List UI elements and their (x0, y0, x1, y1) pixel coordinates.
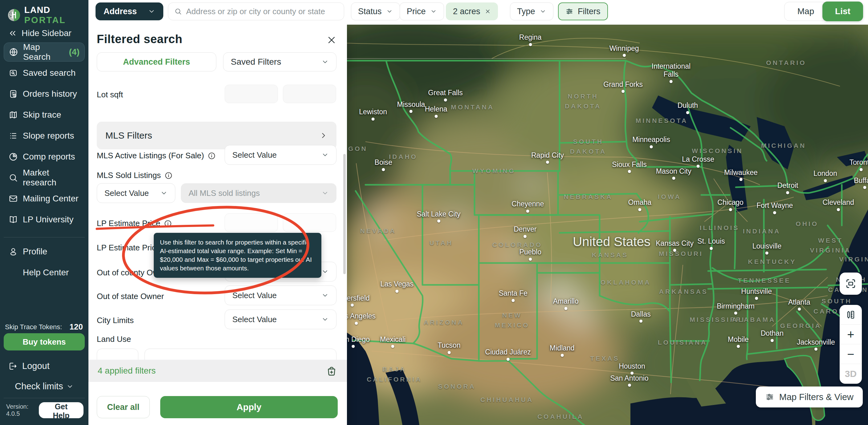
price-filter-pill[interactable]: Price (400, 2, 444, 20)
filters-button[interactable]: Filters (558, 2, 608, 20)
sliders-icon (565, 7, 574, 15)
land-use-dropdown[interactable] (145, 349, 337, 360)
sidebar-item-lp-university[interactable]: LP University (4, 210, 85, 229)
help-icon (9, 268, 18, 277)
map-city-duluth: Duluth (678, 102, 698, 114)
map-city-jacksonville: Jacksonville (797, 338, 835, 351)
sidebar-item-saved-search[interactable]: Saved search (4, 63, 85, 83)
map-region-nevada: NEVADA (360, 226, 396, 236)
logout-button[interactable]: Logout (8, 361, 50, 371)
advanced-filters-button[interactable]: Advanced Filters (97, 52, 216, 71)
topbar: Address Status Price 2 acres Type Filter… (88, 0, 868, 25)
buy-tokens-button[interactable]: Buy tokens (4, 333, 85, 351)
sidebar-item-market-research[interactable]: Market research (4, 168, 85, 187)
mls-sold-label: MLS Sold Listings (97, 171, 173, 180)
info-icon[interactable] (164, 220, 172, 228)
saved-filters-dropdown[interactable]: Saved Filters (223, 52, 337, 71)
sidebar-item-profile[interactable]: Profile (4, 242, 85, 261)
sidebar-item-comp-reports[interactable]: Comp reports (4, 147, 85, 166)
chevron-right-icon (319, 131, 328, 140)
map-city-st-louis: St. Louis (697, 237, 725, 250)
lp-estimate-max-input[interactable] (283, 214, 336, 232)
info-icon[interactable] (208, 152, 216, 160)
lot-sqft-max-input[interactable] (283, 85, 336, 103)
get-help-button[interactable]: Get Help (39, 402, 84, 418)
address-dropdown[interactable]: Address (95, 2, 163, 20)
sidebar-item-help-center[interactable]: Help Center (4, 263, 85, 282)
address-label: Address (103, 7, 137, 16)
map-region-iowa: IOWA (658, 192, 681, 202)
acres-filter-pill[interactable]: 2 acres (446, 2, 498, 20)
map-city-toronto: Toronto (849, 159, 868, 171)
map-region-illinois: ILLINOIS (700, 223, 740, 233)
land-use-small-dropdown[interactable] (97, 349, 138, 360)
map-city-sioux-falls: Sioux Falls (612, 160, 647, 173)
map-screenshot-button[interactable] (840, 272, 862, 295)
close-icon[interactable] (485, 8, 491, 14)
price-label: Price (407, 7, 426, 16)
map-city-detroit: Detroit (777, 182, 798, 194)
panel-scroll-area[interactable]: Filtered search Advanced Filters Saved F… (88, 25, 347, 360)
map-city-salt-lake-city: Salt Lake City (417, 210, 461, 223)
search-input[interactable] (186, 7, 338, 16)
map-region-utah: UTAH (430, 238, 453, 248)
sidebar-divider (4, 237, 85, 237)
out-of-state-label: Out of state Owner (97, 292, 164, 301)
map-city-atlanta: Atlanta (788, 298, 810, 311)
map-region-oregon: OREGON (347, 144, 368, 154)
select-value-label: Select Value (232, 150, 277, 160)
sidebar: LAND PORTAL Hide Sidebar Map Search (4)S… (0, 0, 88, 425)
map-canvas[interactable]: United States ReginaWinnipegInternationa… (347, 25, 868, 425)
map-region-mississippi: MISSISSIPPI (690, 315, 745, 325)
map-city-las-vegas: Las Vegas (380, 280, 413, 293)
map-city-mason-city: Mason City (656, 167, 691, 180)
map-region-virginia: VIRGINIA (839, 254, 868, 265)
sidebar-item-skip-trace[interactable]: Skip trace (4, 105, 85, 124)
map-country-label: United States (573, 234, 650, 249)
map-city-helena: Helena (425, 105, 447, 118)
mls-active-dropdown[interactable]: Select Value (225, 145, 337, 165)
map-view-button[interactable]: Map (784, 2, 827, 21)
save-filters-icon[interactable] (326, 365, 338, 377)
map-city-chicago: Chicago (717, 199, 743, 211)
info-icon[interactable] (164, 171, 173, 179)
hide-sidebar-button[interactable]: Hide Sidebar (8, 28, 71, 38)
toggle-3d-button[interactable]: 3D (840, 364, 862, 384)
city-limits-dropdown[interactable]: Select Value (225, 309, 337, 329)
chevron-down-icon (321, 151, 329, 159)
city-limits-label: City Limits (97, 316, 134, 325)
skip-trace-tokens: Skip Trace Tokens: 120 (5, 322, 83, 332)
panel-close-button[interactable] (326, 34, 337, 45)
panel-scrollbar[interactable] (343, 154, 346, 274)
sidebar-item-mailing-center[interactable]: Mailing Center (4, 189, 85, 208)
out-of-state-dropdown[interactable]: Select Value (225, 286, 337, 305)
map-filters-view-label: Map Filters & View (779, 392, 854, 402)
status-filter-pill[interactable]: Status (351, 2, 400, 20)
sidebar-item-orders-history[interactable]: Orders history (4, 85, 85, 103)
lot-sqft-min-input[interactable] (225, 85, 278, 103)
zoom-out-button[interactable]: − (840, 344, 862, 364)
zoom-in-button[interactable]: + (840, 325, 862, 344)
apply-button[interactable]: Apply (160, 396, 338, 418)
clear-all-button[interactable]: Clear all (97, 396, 150, 418)
comp-icon (9, 152, 18, 161)
logout-icon (8, 362, 17, 371)
land-portal-app: LAND PORTAL Hide Sidebar Map Search (4)S… (0, 0, 868, 425)
lp-estimate-price-label: LP Estimate Price (97, 219, 172, 228)
map-region-chihuahua: CHIHUAHUA (480, 395, 533, 405)
map-filters-view-button[interactable]: Map Filters & View (756, 387, 863, 407)
map-region-ontario: ONTARIO (766, 58, 806, 68)
list-view-button[interactable]: List (823, 2, 863, 21)
map-city-amarillo: Amarillo (553, 297, 579, 310)
lp-estimate-min-input[interactable] (225, 214, 278, 232)
logout-label: Logout (22, 361, 50, 371)
type-filter-pill[interactable]: Type (510, 2, 553, 20)
sidebar-item-slope-reports[interactable]: Slope reports (4, 126, 85, 145)
check-limits-button[interactable]: Check limits (0, 381, 88, 391)
map-region-north-dakota: NORTH DAKOTA (565, 92, 601, 111)
measure-tool-button[interactable] (840, 305, 862, 325)
mls-sold-dropdown[interactable]: Select Value (97, 183, 175, 203)
sidebar-item-map-search[interactable]: Map Search (4) (4, 42, 85, 62)
all-mls-sold-dropdown[interactable]: All MLS sold listings (181, 183, 337, 203)
map-city-tucson: Tucson (438, 341, 461, 354)
